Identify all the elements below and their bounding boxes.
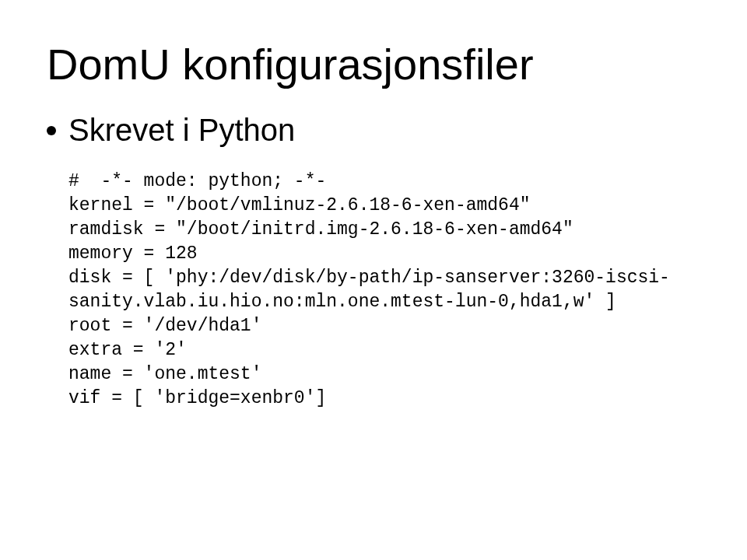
code-block: # -*- mode: python; -*- kernel = "/boot/…: [68, 170, 700, 411]
slide-title: DomU konfigurasjonsfiler: [47, 39, 700, 89]
code-line: vif = [ 'bridge=xenbr0']: [68, 388, 326, 408]
code-line: name = 'one.mtest': [68, 364, 261, 384]
bullet-text: Skrevet i Python: [68, 113, 295, 148]
code-line: # -*- mode: python; -*-: [68, 171, 326, 191]
code-line: extra = '2': [68, 340, 187, 360]
code-line: root = '/dev/hda1': [68, 316, 261, 336]
code-line: disk = [ 'phy:/dev/disk/by-path/ip-sanse…: [68, 268, 670, 288]
bullet-icon: [47, 126, 56, 135]
code-line: ramdisk = "/boot/initrd.img-2.6.18-6-xen…: [68, 219, 573, 240]
bullet-item: Skrevet i Python: [47, 113, 700, 148]
code-line: kernel = "/boot/vmlinuz-2.6.18-6-xen-amd…: [68, 195, 531, 215]
code-line: memory = 128: [68, 243, 198, 264]
code-line: sanity.vlab.iu.hio.no:mln.one.mtest-lun-…: [68, 292, 616, 312]
slide: DomU konfigurasjonsfiler Skrevet i Pytho…: [0, 0, 747, 560]
